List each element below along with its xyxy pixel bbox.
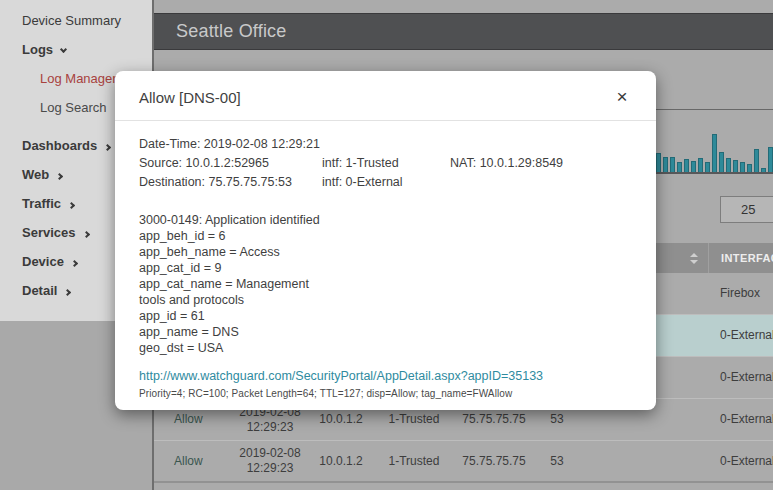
application-info-line: app_id = 61 bbox=[139, 308, 632, 324]
cell-interface: 0-External bbox=[708, 370, 773, 385]
chevron-down-icon bbox=[60, 46, 67, 53]
info-cell bbox=[450, 135, 632, 154]
chevron-right-icon bbox=[56, 173, 63, 180]
dialog-body: Date-Time: 2019-02-08 12:29:21Source: 10… bbox=[115, 121, 656, 399]
histogram-bar bbox=[726, 158, 731, 172]
sidebar-item-label: Detail bbox=[22, 283, 57, 298]
cell-destination: 75.75.75.75 bbox=[454, 412, 534, 427]
chevron-right-icon bbox=[104, 144, 111, 151]
table-row[interactable]: Allow2019-02-08 12:29:2310.0.1.21-Truste… bbox=[154, 441, 773, 483]
info-row: Destination: 75.75.75.75:53intf: 0-Exter… bbox=[139, 173, 632, 192]
chevron-right-icon bbox=[68, 202, 75, 209]
sidebar-item-label: Log Manager bbox=[40, 71, 117, 86]
packet-detail-line: Priority=4; RC=100; Packet Length=64; TT… bbox=[139, 388, 632, 399]
histogram-bar bbox=[670, 157, 675, 172]
histogram-bar bbox=[698, 158, 703, 172]
chevron-right-icon bbox=[71, 260, 78, 267]
cell-port: 53 bbox=[534, 412, 580, 427]
dialog-title: Allow [DNS-00] bbox=[139, 89, 241, 106]
sidebar-item-label: Device Summary bbox=[22, 13, 121, 28]
info-cell: Date-Time: 2019-02-08 12:29:21 bbox=[139, 135, 322, 154]
sidebar-item-label: Services bbox=[22, 225, 76, 240]
info-cell bbox=[450, 173, 632, 192]
histogram-bar bbox=[768, 147, 773, 172]
interface-header-label: INTERFACE bbox=[721, 252, 773, 264]
cell-action: Allow bbox=[154, 412, 232, 427]
close-icon[interactable] bbox=[610, 85, 634, 109]
cell-datetime: 2019-02-08 12:29:23 bbox=[232, 446, 308, 476]
cell-port: 53 bbox=[534, 454, 580, 469]
sort-icon[interactable] bbox=[690, 253, 698, 264]
traffic-histogram bbox=[649, 133, 773, 172]
application-info-line: app_cat_id = 9 bbox=[139, 260, 632, 276]
histogram-bar bbox=[684, 159, 689, 172]
histogram-bar bbox=[740, 162, 745, 172]
histogram-bar bbox=[719, 152, 724, 172]
cell-source: 10.0.1.2 bbox=[308, 412, 374, 427]
histogram-bar bbox=[656, 153, 661, 172]
log-detail-dialog: Allow [DNS-00] Date-Time: 2019-02-08 12:… bbox=[115, 71, 656, 410]
application-info: 3000-0149: Application identifiedapp_beh… bbox=[139, 212, 632, 356]
chevron-right-icon bbox=[64, 289, 71, 296]
page-size-value: 25 bbox=[741, 202, 755, 217]
histogram-bar bbox=[747, 164, 752, 172]
cell-interface: 0-External bbox=[708, 328, 773, 343]
cell-destination: 75.75.75.75 bbox=[454, 454, 534, 469]
sidebar-item-label: Web bbox=[22, 167, 49, 182]
histogram-bar bbox=[663, 157, 668, 172]
sidebar-item-label: Logs bbox=[22, 42, 53, 57]
cell-src-intf: 1-Trusted bbox=[374, 454, 454, 469]
connection-info: Date-Time: 2019-02-08 12:29:21Source: 10… bbox=[139, 135, 632, 192]
cell-src-intf: 1-Trusted bbox=[374, 412, 454, 427]
cell-source: 10.0.1.2 bbox=[308, 454, 374, 469]
histogram-bar bbox=[754, 149, 759, 172]
sidebar-item-label: Log Search bbox=[40, 100, 107, 115]
cell-interface: 0-External bbox=[708, 454, 773, 469]
cell-interface: Firebox bbox=[708, 286, 773, 301]
application-info-line: app_beh_id = 6 bbox=[139, 228, 632, 244]
histogram-bar bbox=[705, 162, 710, 172]
histogram-bar bbox=[733, 160, 738, 172]
info-cell: Destination: 75.75.75.75:53 bbox=[139, 173, 322, 192]
info-row: Date-Time: 2019-02-08 12:29:21 bbox=[139, 135, 632, 154]
cell-interface: 0-External bbox=[708, 412, 773, 427]
histogram-bar bbox=[677, 162, 682, 172]
application-info-line: tools and protocols bbox=[139, 292, 632, 308]
application-info-line: 3000-0149: Application identified bbox=[139, 212, 632, 228]
device-title: Seattle Office bbox=[176, 21, 287, 41]
sidebar-item-logs[interactable]: Logs bbox=[0, 35, 152, 64]
sidebar-item-label: Dashboards bbox=[22, 138, 97, 153]
cell-action: Allow bbox=[154, 454, 232, 469]
application-info-line: app_name = DNS bbox=[139, 324, 632, 340]
application-info-line: app_cat_name = Management bbox=[139, 276, 632, 292]
security-portal-link[interactable]: http://www.watchguard.com/SecurityPortal… bbox=[139, 369, 632, 383]
application-info-line: app_beh_name = Access bbox=[139, 244, 632, 260]
info-cell bbox=[322, 135, 450, 154]
info-cell: intf: 0-External bbox=[322, 173, 450, 192]
chevron-right-icon bbox=[82, 231, 89, 238]
application-info-line: geo_dst = USA bbox=[139, 340, 632, 356]
sidebar-item-label: Traffic bbox=[22, 196, 61, 211]
info-row: Source: 10.0.1.2:52965intf: 1-TrustedNAT… bbox=[139, 154, 632, 173]
header-cell-interface[interactable]: INTERFACE bbox=[708, 243, 773, 273]
dialog-header: Allow [DNS-00] bbox=[115, 71, 656, 121]
device-header-bar: Seattle Office bbox=[154, 13, 773, 50]
info-cell: intf: 1-Trusted bbox=[322, 154, 450, 173]
info-cell: Source: 10.0.1.2:52965 bbox=[139, 154, 322, 173]
page-size-select[interactable]: 25 bbox=[720, 196, 773, 223]
info-cell: NAT: 10.0.1.29:8549 bbox=[450, 154, 632, 173]
histogram-bar bbox=[712, 134, 717, 172]
histogram-bar bbox=[691, 161, 696, 172]
sidebar-item-label: Device bbox=[22, 254, 64, 269]
sidebar-item-device-summary[interactable]: Device Summary bbox=[0, 6, 152, 35]
